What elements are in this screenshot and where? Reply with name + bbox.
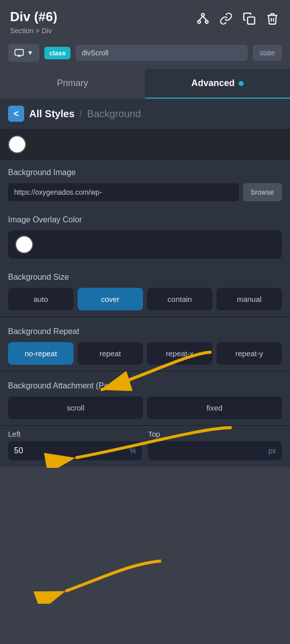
position-top-unit: px	[268, 447, 276, 455]
class-badge[interactable]: class	[44, 47, 71, 59]
svg-line-3	[199, 16, 203, 21]
bg-color-swatch[interactable]	[8, 135, 26, 153]
browse-button[interactable]: browse	[243, 183, 282, 201]
header: Div (#6) Section > Div	[0, 0, 290, 40]
bg-image-input[interactable]	[8, 183, 239, 201]
breadcrumb: Section > Div	[10, 27, 57, 35]
divider-1	[0, 316, 290, 317]
tab-primary[interactable]: Primary	[0, 69, 145, 99]
bg-repeat-label: Background Repeat	[0, 319, 290, 340]
svg-line-4	[203, 16, 207, 21]
bg-size-manual[interactable]: manual	[216, 288, 282, 310]
breadcrumb-current: Background	[87, 108, 141, 120]
back-button[interactable]: <	[8, 106, 24, 122]
svg-point-1	[198, 21, 200, 23]
chevron-down-icon: ▼	[27, 49, 33, 56]
trash-icon[interactable]	[265, 11, 280, 26]
toolbar: ▼ class state	[0, 40, 290, 69]
position-left-unit: %	[130, 447, 136, 455]
bg-attachment-scroll[interactable]: scroll	[8, 396, 143, 419]
svg-point-2	[205, 21, 208, 23]
position-top-label: Top	[148, 430, 282, 438]
divider-2	[0, 371, 290, 371]
position-left-field: Left %	[8, 430, 142, 460]
bg-repeat-none[interactable]: no-repeat	[8, 342, 74, 365]
breadcrumb-nav: < All Styles / Background	[0, 99, 290, 129]
link-icon[interactable]	[219, 11, 234, 26]
position-left-input-wrap: %	[8, 441, 142, 460]
state-button[interactable]: state	[253, 45, 282, 61]
tabs: Primary Advanced	[0, 69, 290, 99]
position-top-input-wrap: px	[148, 441, 282, 460]
position-row: Left % Top px	[0, 428, 290, 466]
class-input[interactable]	[76, 45, 247, 61]
header-actions	[195, 11, 280, 26]
bg-size-label: Background Size	[0, 265, 290, 286]
bg-size-auto[interactable]: auto	[8, 288, 74, 310]
page-title: Div (#6)	[10, 9, 57, 25]
overlay-color-swatch[interactable]	[15, 235, 33, 254]
bg-size-contain[interactable]: contain	[147, 288, 212, 310]
tab-advanced[interactable]: Advanced	[145, 69, 290, 99]
overlay-color-label: Image Overlay Color	[0, 207, 290, 228]
bg-attachment-fixed[interactable]: fixed	[147, 396, 282, 419]
svg-rect-6	[15, 50, 24, 56]
bg-repeat-x[interactable]: repeat-x	[147, 342, 212, 365]
device-selector[interactable]: ▼	[8, 44, 39, 62]
position-top-field: Top px	[148, 430, 282, 460]
bg-repeat-y[interactable]: repeat-y	[216, 342, 282, 365]
active-indicator	[239, 81, 244, 86]
bg-size-options: auto cover contain manual	[0, 286, 290, 316]
bg-size-cover[interactable]: cover	[78, 288, 143, 310]
position-top-input[interactable]	[154, 446, 268, 455]
content-area: Background Image browse Image Overlay Co…	[0, 129, 290, 466]
network-icon[interactable]	[195, 11, 210, 26]
position-left-input[interactable]	[14, 446, 130, 455]
bg-color-row	[0, 129, 290, 160]
copy-icon[interactable]	[242, 11, 257, 26]
bg-repeat-options: no-repeat repeat repeat-x repeat-y	[0, 340, 290, 371]
divider-3	[0, 425, 290, 426]
svg-rect-5	[248, 17, 255, 24]
bg-attachment-options: scroll fixed	[0, 394, 290, 425]
breadcrumb-separator: /	[80, 109, 82, 119]
overlay-color-picker[interactable]	[8, 230, 282, 259]
svg-point-0	[201, 14, 204, 16]
arrow-left	[0, 553, 290, 604]
overlay-color-row	[0, 228, 290, 265]
position-left-label: Left	[8, 430, 142, 438]
header-left: Div (#6) Section > Div	[10, 9, 57, 35]
bg-image-row: browse	[0, 181, 290, 207]
bg-attachment-label: Background Attachment (Parallax)	[0, 373, 290, 394]
bg-repeat-repeat[interactable]: repeat	[78, 342, 143, 365]
bg-image-label: Background Image	[0, 160, 290, 181]
all-styles-link[interactable]: All Styles	[29, 108, 75, 120]
